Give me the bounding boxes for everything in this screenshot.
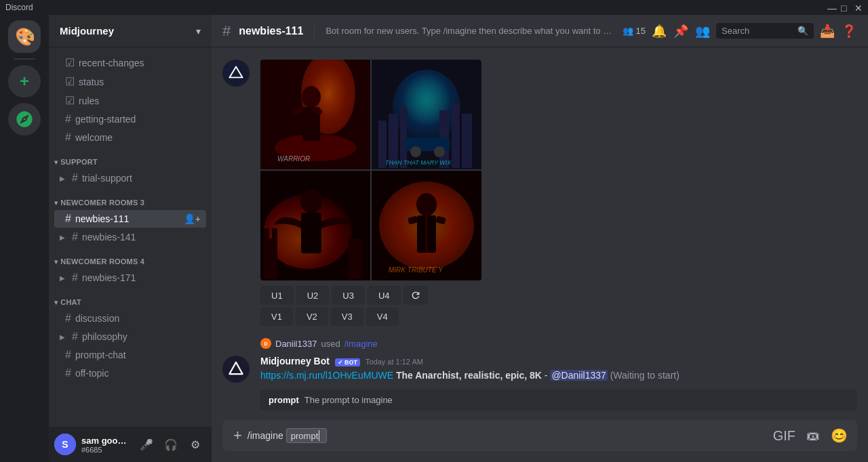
user-avatar[interactable]: S — [54, 434, 76, 455]
channel-name: newbies-111 — [75, 213, 180, 224]
prompt-input-text: prompt — [291, 431, 318, 441]
collapse-icon: ▶ — [60, 274, 68, 282]
add-attachment-icon[interactable]: + — [228, 420, 248, 451]
server-icon-midjourney[interactable]: 🎨 — [8, 20, 41, 53]
help-icon[interactable]: ❓ — [841, 23, 857, 39]
svg-rect-28 — [264, 238, 277, 279]
members-icon[interactable]: 👥 — [694, 23, 711, 39]
headphone-button[interactable]: 🎧 — [160, 434, 182, 455]
sticker-icon[interactable]: 🎟 — [802, 423, 824, 449]
variation-2-button[interactable]: V2 — [296, 308, 328, 326]
svg-text:S: S — [62, 439, 68, 450]
category-label: NEWCOMER ROOMS 4 — [60, 257, 144, 266]
svg-text:MIRK TRIBUTE Y: MIRK TRIBUTE Y — [389, 266, 443, 274]
channel-item-trial-support[interactable]: ▶ # trial-support — [54, 169, 206, 187]
inbox-icon[interactable]: 📥 — [819, 23, 835, 39]
channel-item-off-topic[interactable]: # off-topic — [54, 364, 206, 382]
user-area: S sam good... #6685 🎤 🎧 ⚙ — [49, 427, 212, 462]
variation-3-button[interactable]: V3 — [331, 308, 363, 326]
cursor — [319, 430, 319, 441]
server-name: Midjourney — [60, 25, 114, 37]
channel-name: recent-changes — [79, 58, 201, 68]
channel-item-welcome[interactable]: # welcome — [54, 129, 206, 146]
category-support[interactable]: ▾ SUPPORT — [49, 147, 212, 169]
channel-name: welcome — [75, 132, 201, 143]
server-explore-button[interactable] — [8, 103, 41, 135]
bot-badge: ✓ BOT — [335, 358, 360, 366]
bot-author-name[interactable]: Midjourney Bot — [260, 356, 330, 366]
user-mention[interactable]: @Daniil1337 — [550, 370, 607, 381]
member-count-value: 15 — [636, 26, 646, 36]
channel-item-recent-changes[interactable]: ☑ recent-changes — [54, 54, 206, 72]
hash-icon: # — [72, 231, 78, 243]
channel-name: status — [79, 77, 201, 87]
channel-name: rules — [79, 96, 201, 106]
svg-rect-30 — [264, 228, 269, 242]
channel-item-philosophy[interactable]: ▶ # philosophy — [54, 328, 206, 345]
search-bar[interactable]: Search 🔍 — [716, 23, 814, 39]
upscale-4-button[interactable]: U4 — [368, 286, 401, 305]
hash-icon: # — [72, 272, 78, 284]
sidebar-header[interactable]: Midjourney ▾ — [49, 15, 212, 47]
add-user-icon[interactable]: 👤+ — [184, 213, 201, 224]
bot-message: Midjourney Bot ✓ BOT Today at 1:12 AM ht… — [212, 354, 868, 384]
channel-item-prompt-chat[interactable]: # prompt-chat — [54, 346, 206, 364]
category-chat[interactable]: ▾ CHAT — [49, 287, 212, 309]
refresh-button[interactable] — [403, 286, 428, 305]
upscale-2-button[interactable]: U2 — [296, 286, 330, 305]
command-prompt-input[interactable]: prompt — [286, 428, 327, 443]
image-link[interactable]: https://s.mj.run/l1OHvEuMUWE — [260, 370, 393, 381]
hash-icon: # — [65, 367, 71, 379]
notification-bell-icon[interactable]: 🔔 — [651, 23, 667, 39]
upscale-3-button[interactable]: U3 — [332, 286, 365, 305]
search-icon: 🔍 — [797, 26, 808, 36]
channel-item-rules[interactable]: ☑ rules — [54, 91, 206, 110]
svg-point-3 — [225, 62, 247, 84]
channel-item-newbies-141[interactable]: ▶ # newbies-141 — [54, 228, 206, 246]
channel-item-status[interactable]: ☑ status — [54, 72, 206, 91]
svg-rect-31 — [272, 228, 277, 242]
command-user-link[interactable]: Daniil1337 — [275, 339, 317, 349]
channel-name: newbies-141 — [82, 232, 201, 243]
close-button[interactable]: ✕ — [854, 3, 863, 12]
message-input-container: + /imagine prompt GIF 🎟 😊 — [222, 420, 857, 451]
variation-4-button[interactable]: V4 — [366, 308, 399, 326]
messages-area[interactable]: WARRIOR — [212, 47, 868, 420]
user-controls: 🎤 🎧 ⚙ — [136, 434, 206, 455]
upscale-1-button[interactable]: U1 — [260, 286, 294, 305]
channel-item-newbies-171[interactable]: ▶ # newbies-171 — [54, 269, 206, 287]
settings-button[interactable]: ⚙ — [184, 434, 206, 455]
emoji-icon[interactable]: 😊 — [827, 422, 852, 449]
user-command-avatar: D — [260, 338, 271, 349]
category-arrow-icon: ▾ — [54, 199, 58, 207]
user-info: sam good... #6685 — [81, 436, 130, 454]
category-arrow-icon: ▾ — [54, 159, 58, 166]
message-description: The Anarchist, realistic, epic, 8K - — [396, 370, 550, 381]
action-buttons-row2: V1 V2 V3 V4 — [260, 308, 857, 326]
action-buttons-row1: U1 U2 U3 U4 — [260, 286, 857, 305]
image-grid-message: WARRIOR — [212, 58, 868, 330]
category-arrow-icon: ▾ — [54, 299, 58, 306]
header-icons: 👥 15 🔔 📌 👥 Search 🔍 📥 ❓ — [623, 23, 857, 39]
minimize-button[interactable]: — — [827, 3, 835, 12]
mic-button[interactable]: 🎤 — [136, 434, 157, 455]
channel-item-getting-started[interactable]: # getting-started — [54, 110, 206, 128]
bot-avatar — [222, 60, 250, 87]
message-input-area: + /imagine prompt GIF 🎟 😊 — [212, 420, 868, 462]
hash-icon: # — [65, 113, 71, 125]
channel-name: philosophy — [82, 331, 201, 342]
pin-icon[interactable]: 📌 — [673, 23, 689, 39]
image-cell-3 — [260, 171, 370, 280]
hash-icon: # — [65, 213, 71, 225]
maximize-button[interactable]: □ — [841, 3, 849, 12]
category-newcomer-3[interactable]: ▾ NEWCOMER ROOMS 3 — [49, 188, 212, 209]
category-newcomer-4[interactable]: ▾ NEWCOMER ROOMS 4 — [49, 247, 212, 268]
channel-item-newbies-111[interactable]: # newbies-111 👤+ — [54, 210, 206, 228]
gif-icon[interactable]: GIF — [769, 423, 800, 449]
channel-item-discussion[interactable]: # discussion — [54, 310, 206, 327]
hash-icon: # — [72, 172, 78, 184]
server-add-button[interactable]: + — [8, 65, 41, 98]
variation-1-button[interactable]: V1 — [260, 308, 293, 326]
waiting-status: (Waiting to start) — [610, 370, 679, 381]
command-name[interactable]: /imagine — [344, 339, 378, 349]
